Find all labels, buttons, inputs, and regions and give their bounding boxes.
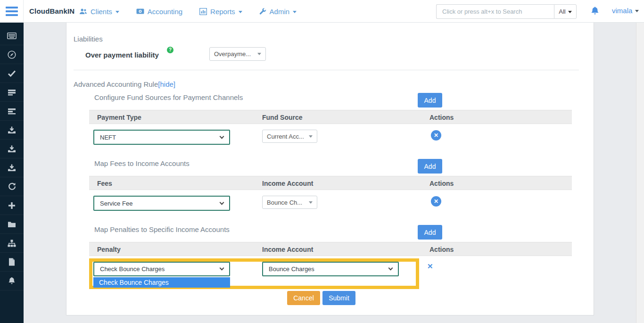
nav-item-label: Reports	[210, 8, 235, 16]
bell-icon	[8, 277, 16, 285]
chevron-down-icon	[220, 134, 224, 139]
file-icon	[8, 258, 15, 266]
advanced-rule-heading: Advanced Accounting Rule[hide]	[74, 80, 175, 88]
download-icon	[8, 164, 16, 172]
payment-type-select[interactable]: NEFT	[93, 130, 230, 145]
money-icon	[136, 8, 144, 15]
over-payment-liability-select[interactable]: Overpayme...	[209, 47, 266, 61]
nav-item-accounting[interactable]: Accounting	[136, 8, 182, 16]
sidebar-item-folder[interactable]	[0, 215, 24, 234]
sidebar-item-sitemap[interactable]	[0, 234, 24, 253]
download-icon	[8, 126, 16, 134]
chevron-down-icon	[257, 53, 261, 55]
sidebar-item-download-3[interactable]	[0, 158, 24, 177]
sidebar-item-refresh[interactable]	[0, 177, 24, 196]
column-header: Actions	[429, 246, 454, 253]
sidebar-item-alerts[interactable]	[0, 272, 24, 290]
table-header-fees: Fees Income Account Actions	[89, 176, 572, 190]
fund-source-select[interactable]: Current Acc...	[262, 130, 317, 143]
chevron-down-icon	[220, 266, 224, 271]
submit-button[interactable]: Submit	[322, 291, 355, 305]
notifications-button[interactable]	[591, 6, 599, 17]
penalty-income-account-value: Bounce Charges	[269, 265, 314, 273]
search-scope-select[interactable]: All	[554, 4, 577, 19]
sidebar-item-list-2[interactable]	[0, 102, 24, 121]
section-heading-fees: Map Fees to Income Accounts	[94, 159, 190, 167]
column-header: Actions	[429, 180, 454, 187]
plus-icon	[8, 202, 16, 209]
fee-value: Service Fee	[100, 200, 132, 207]
advanced-rule-title: Advanced Accounting Rule	[74, 80, 158, 88]
top-bar: CloudBankIN Clients Accounting Reports	[0, 0, 644, 23]
search-area: All	[436, 4, 577, 19]
sidebar	[0, 23, 24, 323]
nav-item-label: Admin	[270, 8, 290, 16]
fund-source-value: Current Acc...	[267, 133, 304, 140]
dropdown-option-highlighted[interactable]: Check Bounce Charges	[93, 277, 230, 288]
search-scope-value: All	[559, 8, 565, 15]
chevron-down-icon	[309, 135, 313, 138]
compass-icon	[8, 50, 16, 59]
sidebar-item-download-1[interactable]	[0, 121, 24, 140]
sitemap-icon	[8, 240, 16, 247]
column-header: Penalty	[97, 246, 121, 253]
section-heading-fund-sources: Configure Fund Sources for Payment Chann…	[94, 93, 243, 101]
cancel-button[interactable]: Cancel	[287, 291, 320, 305]
add-fee-button[interactable]: Add	[418, 159, 442, 174]
nav-item-clients[interactable]: Clients	[79, 8, 119, 16]
chevron-down-icon	[388, 266, 393, 271]
user-menu[interactable]: vimala	[612, 7, 639, 15]
chevron-down-icon	[635, 10, 639, 12]
users-icon	[79, 8, 87, 15]
over-payment-liability-value: Overpayme...	[214, 50, 251, 58]
hide-toggle-link[interactable]: [hide]	[158, 80, 175, 88]
fee-income-account-select[interactable]: Bounce Ch...	[262, 196, 317, 209]
main-nav: Clients Accounting Reports Admin	[79, 0, 297, 23]
chevron-down-icon	[568, 11, 572, 13]
over-payment-liability-label: Over payment liability	[85, 51, 159, 59]
column-header: Actions	[429, 114, 454, 121]
nav-item-admin[interactable]: Admin	[259, 8, 297, 16]
chevron-down-icon	[239, 11, 242, 13]
fee-income-account-value: Bounce Ch...	[267, 199, 302, 206]
question-icon[interactable]: ?	[167, 47, 173, 53]
sidebar-item-list-1[interactable]	[0, 83, 24, 102]
penalty-select[interactable]: Check Bounce Charges	[93, 262, 230, 276]
section-heading-penalties: Map Penalties to Specific Income Account…	[94, 225, 230, 233]
sidebar-item-compass[interactable]	[0, 45, 24, 64]
fee-select[interactable]: Service Fee	[93, 196, 230, 211]
delete-circle-icon[interactable]: ✕	[431, 130, 441, 141]
penalty-income-account-select[interactable]: Bounce Charges	[262, 262, 399, 276]
delete-x-icon[interactable]: ✕	[427, 262, 433, 271]
chevron-down-icon	[293, 11, 297, 13]
add-penalty-button[interactable]: Add	[418, 225, 442, 240]
liabilities-heading: Liabilities	[74, 35, 103, 43]
nav-item-label: Accounting	[148, 8, 182, 16]
wrench-icon	[259, 8, 266, 15]
list-icon	[8, 89, 16, 96]
nav-item-reports[interactable]: Reports	[199, 8, 242, 16]
scrollbar[interactable]	[636, 23, 644, 323]
app-logo[interactable]: CloudBankIN	[29, 7, 74, 15]
menu-toggle-icon[interactable]	[6, 7, 18, 16]
sidebar-item-download-2[interactable]	[0, 140, 24, 158]
username: vimala	[612, 7, 632, 15]
sidebar-item-add[interactable]	[0, 196, 24, 215]
sidebar-item-keyboard[interactable]	[0, 26, 24, 45]
add-fund-source-button[interactable]: Add	[418, 93, 442, 108]
column-header: Payment Type	[97, 114, 141, 121]
table-header-fund-sources: Payment Type Fund Source Actions	[89, 110, 572, 124]
search-input[interactable]	[436, 4, 554, 19]
delete-circle-icon[interactable]: ✕	[431, 196, 441, 207]
column-header: Income Account	[262, 246, 313, 253]
download-icon	[8, 145, 16, 153]
content-card: Liabilities Over payment liability ? Ove…	[66, 23, 594, 315]
column-header: Fees	[97, 180, 112, 187]
column-header: Income Account	[262, 180, 313, 187]
column-header: Fund Source	[262, 114, 303, 121]
keyboard-icon	[7, 33, 17, 39]
sidebar-item-check[interactable]	[0, 64, 24, 83]
bar-chart-icon	[199, 8, 207, 15]
sidebar-item-document[interactable]	[0, 253, 24, 272]
folder-icon	[8, 221, 16, 228]
